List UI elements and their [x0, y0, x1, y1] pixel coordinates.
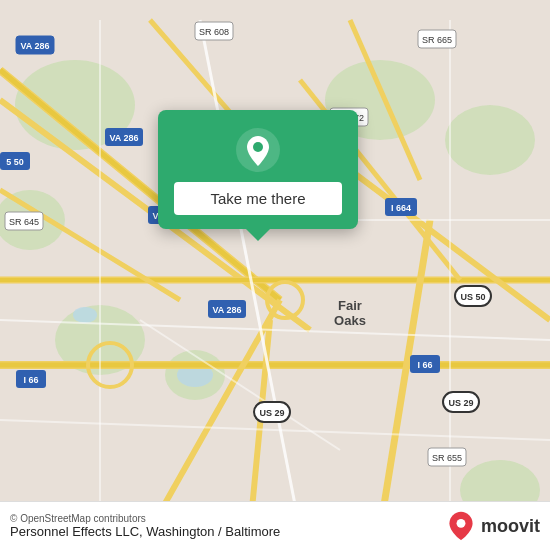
popup-card: Take me there — [158, 110, 358, 229]
take-me-there-button[interactable]: Take me there — [174, 182, 342, 215]
location-name: Personnel Effects LLC, Washington / Balt… — [10, 524, 280, 539]
svg-point-8 — [73, 307, 97, 323]
bottom-bar: © OpenStreetMap contributors Personnel E… — [0, 501, 550, 550]
svg-line-24 — [200, 20, 300, 530]
svg-point-68 — [253, 142, 263, 152]
svg-text:I 664: I 664 — [391, 203, 411, 213]
svg-point-5 — [445, 105, 535, 175]
svg-text:VA 286: VA 286 — [109, 133, 138, 143]
svg-text:I 66: I 66 — [23, 375, 38, 385]
svg-text:US 50: US 50 — [460, 292, 485, 302]
svg-text:Fair: Fair — [338, 298, 362, 313]
moovit-logo: moovit — [445, 510, 540, 542]
moovit-text: moovit — [481, 516, 540, 537]
svg-line-19 — [380, 220, 430, 530]
svg-text:US 29: US 29 — [448, 398, 473, 408]
svg-text:SR 665: SR 665 — [422, 35, 452, 45]
svg-text:5 50: 5 50 — [6, 157, 24, 167]
map-container: SR 608 SR 665 VA 286 VA 286 SR 672 5 50 … — [0, 0, 550, 550]
map-svg: SR 608 SR 665 VA 286 VA 286 SR 672 5 50 … — [0, 0, 550, 550]
svg-text:VA 286: VA 286 — [20, 41, 49, 51]
bottom-left: © OpenStreetMap contributors Personnel E… — [10, 513, 280, 539]
svg-text:SR 645: SR 645 — [9, 217, 39, 227]
svg-text:SR 608: SR 608 — [199, 27, 229, 37]
svg-point-69 — [457, 519, 466, 528]
svg-text:VA 286: VA 286 — [212, 305, 241, 315]
svg-text:I 66: I 66 — [417, 360, 432, 370]
moovit-logo-icon — [445, 510, 477, 542]
location-pin-icon — [236, 128, 280, 172]
svg-text:US 29: US 29 — [259, 408, 284, 418]
svg-text:SR 655: SR 655 — [432, 453, 462, 463]
osm-attribution: © OpenStreetMap contributors — [10, 513, 280, 524]
svg-text:Oaks: Oaks — [334, 313, 366, 328]
